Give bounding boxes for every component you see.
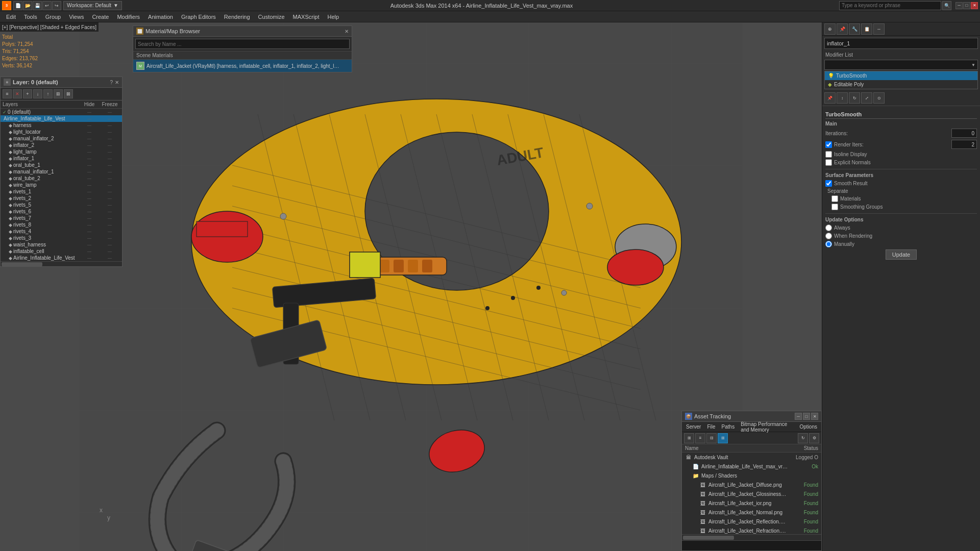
asset-menu-options[interactable]: Options [798,423,819,430]
mod-icon-rot[interactable]: ↻ [849,92,860,104]
asset-menu-file[interactable]: File [705,423,717,430]
always-radio[interactable] [825,224,832,231]
close-button[interactable]: ✕ [971,2,978,9]
layer-tool-delete[interactable]: ✕ [13,89,22,98]
smooth-result-checkbox[interactable] [825,180,832,187]
layer-close-button[interactable]: ✕ [115,80,119,85]
layer-item[interactable]: ◆rivets_1—— [1,188,122,195]
asset-item[interactable]: 🖼 Aircraft_Life_Jacket_Refraction.png Fo… [682,526,821,534]
modifier-stack-item-editable-poly[interactable]: ◆ Editable Poly [825,80,977,89]
mod-tb-2[interactable]: 📌 [837,23,848,35]
layer-item[interactable]: ◆manual_inflator_1—— [1,168,122,175]
mod-icon-misc[interactable]: ⊙ [873,92,885,104]
asset-item[interactable]: 🖼 Aircraft_Life_Jacket_ior.png Found [682,498,821,508]
layer-item[interactable]: ◆rivets_4—— [1,228,122,235]
menu-maxscript[interactable]: MAXScript [289,13,324,21]
menu-create[interactable]: Create [88,13,113,21]
manually-radio[interactable] [825,241,832,247]
asset-path-input[interactable] [682,541,821,550]
explicit-checkbox[interactable] [825,159,832,166]
layer-item[interactable]: ◆rivets_3—— [1,235,122,241]
modifier-name-field[interactable] [824,38,978,49]
undo-icon[interactable]: ↩ [42,1,52,10]
layer-item[interactable]: ◆harness—— [1,122,122,129]
new-icon[interactable]: 📄 [13,1,22,10]
menu-graph-editors[interactable]: Graph Editors [177,13,220,21]
asset-item[interactable]: 🏛 Autodesk Vault Logged O [682,453,821,462]
mod-icon-pos[interactable]: ↕ [837,92,848,104]
iterations-input[interactable] [951,129,977,138]
asset-tb-4[interactable]: ⊞ [718,433,728,443]
layer-item[interactable]: ◆inflatable_cell—— [1,248,122,255]
layer-item[interactable]: ◆rivets_5—— [1,202,122,208]
layer-item[interactable]: ◆waist_harness—— [1,241,122,248]
asset-close-btn[interactable]: ✕ [811,413,818,420]
search-button[interactable]: 🔍 [942,1,951,10]
layer-item[interactable]: ◆light_locator—— [1,129,122,135]
search-input[interactable] [839,1,941,10]
asset-menu-paths[interactable]: Paths [720,423,737,430]
layer-item[interactable]: ◆wire_lamp—— [1,182,122,188]
mod-tb-1[interactable]: ⊕ [824,23,836,35]
asset-h-scrollbar-thumb[interactable] [683,536,734,540]
layer-tool-add[interactable]: + [23,89,32,98]
layer-tool-select[interactable]: ⊠ [64,89,73,98]
materials-checkbox[interactable] [831,195,838,202]
asset-menu-server[interactable]: Server [684,423,703,430]
layer-item[interactable]: ◆Airline_Inflatable_Life_Vest—— [1,255,122,261]
layer-item[interactable]: ◆rivets_6—— [1,208,122,215]
layer-hscroll[interactable] [1,261,122,266]
layer-hscroll-thumb[interactable] [2,262,42,266]
layer-item[interactable]: ◆oral_tube_2—— [1,175,122,182]
menu-customize[interactable]: Customize [254,13,289,21]
isoline-checkbox[interactable] [825,151,832,158]
asset-item[interactable]: 📄 Airline_Inflatable_Life_Vest_max_vray.… [682,462,821,471]
menu-rendering[interactable]: Rendering [220,13,254,21]
layer-tool-grid[interactable]: ⊞ [54,89,63,98]
layer-item[interactable]: ◆light_lamp—— [1,148,122,155]
menu-animation[interactable]: Animation [144,13,177,21]
asset-item[interactable]: 🖼 Aircraft_Life_Jacket_Reflection.png Fo… [682,517,821,526]
menu-group[interactable]: Group [41,13,65,21]
render-iters-checkbox[interactable] [825,141,832,148]
smoothing-groups-checkbox[interactable] [831,204,838,210]
asset-menu-bitmap[interactable]: Bitmap Performance and Memory [739,421,795,433]
render-iters-input[interactable] [951,140,977,149]
mod-tb-5[interactable]: ↔ [873,23,885,35]
layer-tool-down[interactable]: ↓ [33,89,42,98]
layer-tool-up[interactable]: ↑ [43,89,53,98]
mat-search-input[interactable] [135,39,350,49]
mod-icon-scale[interactable]: ⤢ [861,92,872,104]
layer-item[interactable]: Airline_Inflatable_Life_Vest—— [1,115,122,122]
layer-item[interactable]: ◆rivets_7—— [1,215,122,221]
workspace-selector[interactable]: Workspace: Default ▼ [63,1,122,10]
mat-browser-close[interactable]: ✕ [345,29,349,34]
asset-item[interactable]: 🖼 Aircraft_Life_Jacket_Glossiness.png Fo… [682,489,821,498]
asset-tb-2[interactable]: ≡ [695,433,705,443]
mod-icon-pin[interactable]: 📌 [824,92,836,104]
layer-item[interactable]: ◆inflator_2—— [1,142,122,148]
asset-tb-3[interactable]: ⊟ [706,433,717,443]
asset-h-scrollbar[interactable] [682,534,821,540]
asset-item[interactable]: 📁 Maps / Shaders [682,471,821,480]
modifier-stack-item-turbosmooth[interactable]: 💡 TurboSmooth [825,71,977,80]
mat-item[interactable]: M Aircraft_Life_Jacket (VRayMtl) [harnes… [133,60,352,72]
menu-tools[interactable]: Tools [20,13,41,21]
asset-item[interactable]: 🖼 Aircraft_Life_Jacket_Diffuse.png Found [682,480,821,489]
when-rendering-radio[interactable] [825,233,832,239]
asset-tb-refresh[interactable]: ↻ [798,433,808,443]
asset-minimize-btn[interactable]: ─ [795,413,802,420]
asset-tb-1[interactable]: ⊞ [684,433,694,443]
layer-item[interactable]: ◆manual_inflator_2—— [1,135,122,142]
menu-help[interactable]: Help [324,13,344,21]
asset-restore-btn[interactable]: □ [803,413,810,420]
menu-views[interactable]: Views [65,13,88,21]
layer-item[interactable]: ◆inflator_1—— [1,155,122,162]
maximize-button[interactable]: □ [963,2,970,9]
minimize-button[interactable]: ─ [955,2,963,9]
redo-icon[interactable]: ↪ [52,1,61,10]
save-icon[interactable]: 💾 [33,1,42,10]
layer-item[interactable]: ◆rivets_8—— [1,221,122,228]
layer-help-button[interactable]: ? [110,80,113,85]
menu-modifiers[interactable]: Modifiers [113,13,144,21]
